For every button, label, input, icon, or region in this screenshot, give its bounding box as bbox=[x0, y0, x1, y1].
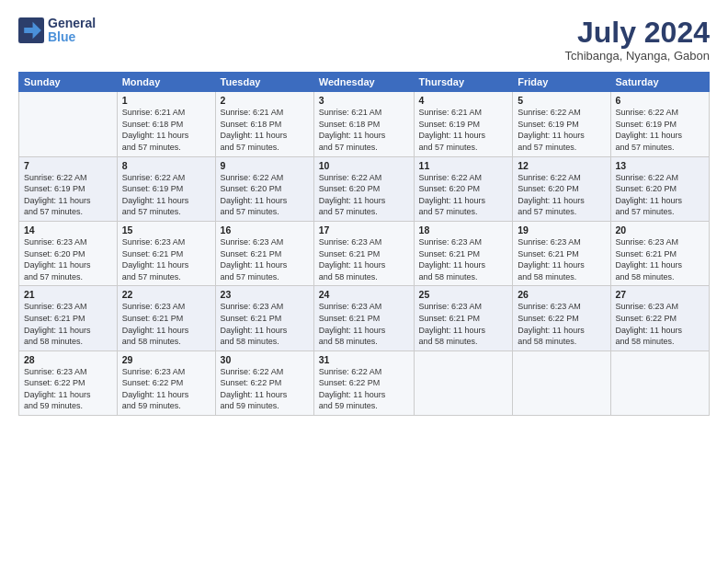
header-cell-thursday: Thursday bbox=[414, 73, 513, 92]
calendar-cell: 20Sunrise: 6:23 AM Sunset: 6:21 PM Dayli… bbox=[610, 221, 710, 285]
day-number: 10 bbox=[319, 160, 409, 171]
calendar-cell: 21Sunrise: 6:23 AM Sunset: 6:21 PM Dayli… bbox=[19, 286, 118, 350]
calendar-week-row: 1Sunrise: 6:21 AM Sunset: 6:18 PM Daylig… bbox=[19, 92, 710, 156]
day-info: Sunrise: 6:23 AM Sunset: 6:22 PM Dayligh… bbox=[616, 301, 705, 347]
calendar-week-row: 21Sunrise: 6:23 AM Sunset: 6:21 PM Dayli… bbox=[19, 286, 710, 350]
day-info: Sunrise: 6:23 AM Sunset: 6:21 PM Dayligh… bbox=[319, 236, 409, 282]
calendar-week-row: 28Sunrise: 6:23 AM Sunset: 6:22 PM Dayli… bbox=[19, 350, 710, 415]
calendar-cell: 24Sunrise: 6:23 AM Sunset: 6:21 PM Dayli… bbox=[313, 286, 414, 350]
calendar-cell: 10Sunrise: 6:22 AM Sunset: 6:20 PM Dayli… bbox=[313, 156, 414, 221]
day-info: Sunrise: 6:23 AM Sunset: 6:21 PM Dayligh… bbox=[616, 236, 705, 282]
day-number: 26 bbox=[518, 289, 605, 300]
day-number: 5 bbox=[518, 95, 605, 106]
calendar-cell: 28Sunrise: 6:23 AM Sunset: 6:22 PM Dayli… bbox=[19, 350, 118, 415]
header-cell-sunday: Sunday bbox=[19, 73, 118, 92]
calendar-cell: 22Sunrise: 6:23 AM Sunset: 6:21 PM Dayli… bbox=[117, 286, 215, 350]
header-cell-tuesday: Tuesday bbox=[215, 73, 313, 92]
calendar-cell: 3Sunrise: 6:21 AM Sunset: 6:18 PM Daylig… bbox=[313, 92, 414, 156]
calendar-cell: 4Sunrise: 6:21 AM Sunset: 6:19 PM Daylig… bbox=[414, 92, 513, 156]
day-info: Sunrise: 6:23 AM Sunset: 6:21 PM Dayligh… bbox=[221, 236, 309, 282]
location-title: Tchibanga, Nyanga, Gabon bbox=[564, 49, 710, 63]
day-info: Sunrise: 6:23 AM Sunset: 6:20 PM Dayligh… bbox=[24, 236, 112, 282]
day-number: 16 bbox=[221, 224, 309, 236]
day-info: Sunrise: 6:23 AM Sunset: 6:22 PM Dayligh… bbox=[122, 366, 210, 412]
calendar-cell: 25Sunrise: 6:23 AM Sunset: 6:21 PM Dayli… bbox=[414, 286, 513, 350]
day-info: Sunrise: 6:22 AM Sunset: 6:20 PM Dayligh… bbox=[518, 172, 605, 218]
calendar-cell: 9Sunrise: 6:22 AM Sunset: 6:20 PM Daylig… bbox=[215, 156, 313, 221]
calendar-cell bbox=[610, 350, 710, 415]
calendar-week-row: 14Sunrise: 6:23 AM Sunset: 6:20 PM Dayli… bbox=[19, 221, 710, 285]
calendar-cell: 15Sunrise: 6:23 AM Sunset: 6:21 PM Dayli… bbox=[117, 221, 215, 285]
calendar-cell: 2Sunrise: 6:21 AM Sunset: 6:18 PM Daylig… bbox=[215, 92, 313, 156]
day-info: Sunrise: 6:23 AM Sunset: 6:21 PM Dayligh… bbox=[419, 301, 508, 347]
day-info: Sunrise: 6:22 AM Sunset: 6:19 PM Dayligh… bbox=[122, 172, 210, 218]
header: General Blue July 2024 Tchibanga, Nyanga… bbox=[18, 17, 710, 63]
day-number: 25 bbox=[419, 289, 508, 300]
day-number: 2 bbox=[221, 95, 309, 106]
day-number: 8 bbox=[122, 160, 210, 171]
calendar-cell: 31Sunrise: 6:22 AM Sunset: 6:22 PM Dayli… bbox=[313, 350, 414, 415]
day-number: 31 bbox=[319, 354, 409, 365]
day-number: 7 bbox=[24, 160, 112, 171]
calendar-cell: 27Sunrise: 6:23 AM Sunset: 6:22 PM Dayli… bbox=[610, 286, 710, 350]
day-number: 19 bbox=[518, 224, 605, 236]
day-number: 6 bbox=[616, 95, 705, 106]
day-info: Sunrise: 6:22 AM Sunset: 6:20 PM Dayligh… bbox=[319, 172, 409, 218]
day-info: Sunrise: 6:23 AM Sunset: 6:21 PM Dayligh… bbox=[24, 301, 112, 347]
day-info: Sunrise: 6:21 AM Sunset: 6:18 PM Dayligh… bbox=[122, 107, 210, 153]
day-info: Sunrise: 6:22 AM Sunset: 6:20 PM Dayligh… bbox=[221, 172, 309, 218]
day-number: 14 bbox=[24, 224, 112, 236]
day-info: Sunrise: 6:23 AM Sunset: 6:22 PM Dayligh… bbox=[24, 366, 112, 412]
day-number: 23 bbox=[221, 289, 309, 300]
calendar-cell: 1Sunrise: 6:21 AM Sunset: 6:18 PM Daylig… bbox=[117, 92, 215, 156]
day-info: Sunrise: 6:22 AM Sunset: 6:19 PM Dayligh… bbox=[24, 172, 112, 218]
header-cell-friday: Friday bbox=[513, 73, 610, 92]
day-info: Sunrise: 6:23 AM Sunset: 6:21 PM Dayligh… bbox=[122, 301, 210, 347]
day-info: Sunrise: 6:22 AM Sunset: 6:20 PM Dayligh… bbox=[419, 172, 508, 218]
day-number: 12 bbox=[518, 160, 605, 171]
day-number: 13 bbox=[616, 160, 705, 171]
day-number: 21 bbox=[24, 289, 112, 300]
calendar-cell: 26Sunrise: 6:23 AM Sunset: 6:22 PM Dayli… bbox=[513, 286, 610, 350]
day-info: Sunrise: 6:21 AM Sunset: 6:18 PM Dayligh… bbox=[319, 107, 409, 153]
calendar-cell bbox=[19, 92, 118, 156]
day-number: 4 bbox=[419, 95, 508, 106]
calendar-cell: 17Sunrise: 6:23 AM Sunset: 6:21 PM Dayli… bbox=[313, 221, 414, 285]
calendar-cell: 16Sunrise: 6:23 AM Sunset: 6:21 PM Dayli… bbox=[215, 221, 313, 285]
day-info: Sunrise: 6:22 AM Sunset: 6:22 PM Dayligh… bbox=[319, 366, 409, 412]
calendar-cell bbox=[414, 350, 513, 415]
day-info: Sunrise: 6:22 AM Sunset: 6:22 PM Dayligh… bbox=[221, 366, 309, 412]
day-info: Sunrise: 6:22 AM Sunset: 6:19 PM Dayligh… bbox=[616, 107, 705, 153]
calendar-cell: 13Sunrise: 6:22 AM Sunset: 6:20 PM Dayli… bbox=[610, 156, 710, 221]
day-info: Sunrise: 6:23 AM Sunset: 6:21 PM Dayligh… bbox=[221, 301, 309, 347]
calendar-cell bbox=[513, 350, 610, 415]
calendar-table: SundayMondayTuesdayWednesdayThursdayFrid… bbox=[18, 72, 710, 416]
day-number: 9 bbox=[221, 160, 309, 171]
day-number: 29 bbox=[122, 354, 210, 365]
logo-icon bbox=[18, 17, 44, 43]
day-number: 30 bbox=[221, 354, 309, 365]
day-info: Sunrise: 6:23 AM Sunset: 6:21 PM Dayligh… bbox=[122, 236, 210, 282]
day-number: 1 bbox=[122, 95, 210, 106]
header-cell-wednesday: Wednesday bbox=[313, 73, 414, 92]
day-info: Sunrise: 6:22 AM Sunset: 6:19 PM Dayligh… bbox=[518, 107, 605, 153]
calendar-cell: 14Sunrise: 6:23 AM Sunset: 6:20 PM Dayli… bbox=[19, 221, 118, 285]
calendar-cell: 19Sunrise: 6:23 AM Sunset: 6:21 PM Dayli… bbox=[513, 221, 610, 285]
calendar-cell: 5Sunrise: 6:22 AM Sunset: 6:19 PM Daylig… bbox=[513, 92, 610, 156]
calendar-cell: 7Sunrise: 6:22 AM Sunset: 6:19 PM Daylig… bbox=[19, 156, 118, 221]
calendar-cell: 11Sunrise: 6:22 AM Sunset: 6:20 PM Dayli… bbox=[414, 156, 513, 221]
calendar-cell: 8Sunrise: 6:22 AM Sunset: 6:19 PM Daylig… bbox=[117, 156, 215, 221]
day-number: 24 bbox=[319, 289, 409, 300]
calendar-cell: 29Sunrise: 6:23 AM Sunset: 6:22 PM Dayli… bbox=[117, 350, 215, 415]
day-info: Sunrise: 6:23 AM Sunset: 6:21 PM Dayligh… bbox=[319, 301, 409, 347]
day-number: 17 bbox=[319, 224, 409, 236]
day-info: Sunrise: 6:23 AM Sunset: 6:22 PM Dayligh… bbox=[518, 301, 605, 347]
day-info: Sunrise: 6:21 AM Sunset: 6:19 PM Dayligh… bbox=[419, 107, 508, 153]
day-number: 22 bbox=[122, 289, 210, 300]
day-number: 15 bbox=[122, 224, 210, 236]
title-block: July 2024 Tchibanga, Nyanga, Gabon bbox=[564, 17, 710, 63]
calendar-cell: 23Sunrise: 6:23 AM Sunset: 6:21 PM Dayli… bbox=[215, 286, 313, 350]
calendar-header-row: SundayMondayTuesdayWednesdayThursdayFrid… bbox=[19, 73, 710, 92]
day-number: 27 bbox=[616, 289, 705, 300]
month-title: July 2024 bbox=[564, 17, 710, 49]
